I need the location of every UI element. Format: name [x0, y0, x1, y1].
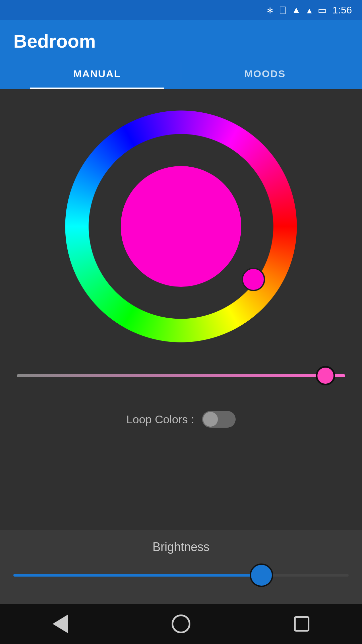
brightness-section: Brightness: [0, 530, 362, 604]
wifi-icon: ▲: [292, 5, 301, 15]
nav-bar: [0, 604, 362, 644]
recent-icon: [294, 616, 309, 632]
brightness-label: Brightness: [13, 540, 349, 554]
bluetooth-icon: ∗: [266, 5, 274, 16]
tab-moods[interactable]: MOODS: [181, 59, 349, 89]
center-color-circle[interactable]: [121, 166, 241, 287]
app-title: Bedroom: [13, 30, 349, 52]
loop-colors-row: Loop Colors :: [13, 404, 349, 438]
brightness-thumb[interactable]: [250, 564, 273, 587]
color-wheel[interactable]: [60, 106, 302, 347]
brightness-slider[interactable]: [13, 564, 349, 587]
signal-icon: ▴: [307, 5, 312, 16]
saturation-slider[interactable]: [17, 364, 345, 387]
tab-manual[interactable]: MANUAL: [13, 59, 181, 89]
back-button[interactable]: [47, 610, 74, 637]
loop-colors-toggle[interactable]: [202, 411, 236, 428]
main-content: Loop Colors :: [0, 89, 362, 530]
loop-colors-label: Loop Colors :: [126, 413, 194, 426]
brightness-track: [13, 574, 349, 577]
back-icon: [53, 614, 68, 633]
recent-button[interactable]: [288, 610, 315, 637]
app-bar: Bedroom MANUAL MOODS: [0, 20, 362, 89]
home-icon: [172, 614, 190, 633]
saturation-thumb[interactable]: [316, 366, 335, 385]
saturation-track: [17, 374, 345, 377]
color-wheel-handle[interactable]: [242, 268, 265, 291]
status-time: 1:56: [333, 4, 352, 16]
battery-icon: ▭: [318, 5, 326, 16]
status-bar: ∗ ⎕ ▲ ▴ ▭ 1:56: [0, 0, 362, 20]
tabs: MANUAL MOODS: [13, 59, 349, 89]
vibrate-icon: ⎕: [280, 5, 286, 15]
toggle-thumb: [203, 412, 218, 427]
home-button[interactable]: [168, 610, 194, 637]
